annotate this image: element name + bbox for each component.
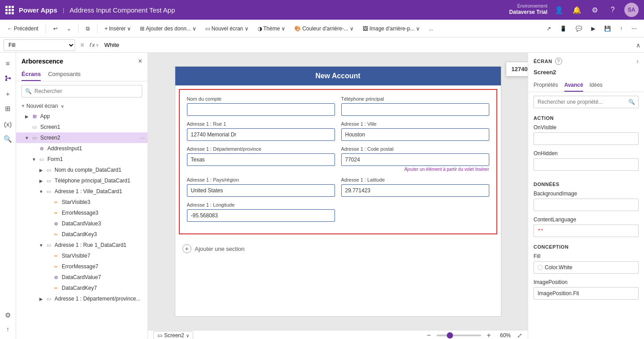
tree-item-datacardvalue7[interactable]: ⚙ DataCardValue7 — [16, 272, 148, 283]
imageposition-value[interactable]: ImagePosition.Fit — [534, 287, 639, 300]
contentlanguage-value[interactable]: "" — [534, 225, 639, 237]
backgroundimage-input[interactable] — [534, 199, 639, 211]
onhidden-input[interactable] — [534, 158, 639, 171]
pays-input[interactable] — [187, 184, 335, 197]
publish-left-icon[interactable]: ↑ — [1, 322, 15, 335]
tree-item-errormessage7[interactable]: ✏ ErrorMessage7 — [16, 261, 148, 272]
insert-icon[interactable]: + — [1, 87, 15, 100]
rue1-input[interactable] — [187, 128, 335, 141]
right-panel-search-input[interactable] — [534, 96, 639, 108]
property-selector[interactable]: Fill — [4, 39, 75, 51]
sidebar-search-input[interactable] — [21, 85, 142, 97]
settings-left-icon[interactable]: ⚙ — [1, 309, 15, 322]
undo-button[interactable]: ↩ — [50, 24, 61, 34]
tree-item-app[interactable]: ▶ ⊞ App — [16, 111, 148, 122]
code-postal-input[interactable] — [341, 153, 489, 166]
tree-item-addressinput1[interactable]: ⚙ AddressInput1 — [16, 143, 148, 154]
datacardvalue3-chevron-icon — [45, 220, 52, 227]
more-button[interactable]: ... — [425, 24, 437, 34]
copy-button[interactable]: ⧉ — [82, 24, 93, 34]
menu-more-button[interactable]: ⋯ — [628, 24, 640, 34]
publish-button[interactable]: ↑ — [616, 24, 626, 34]
add-data-button[interactable]: ⊞ Ajouter des donn... ∨ — [136, 24, 200, 34]
canvas-area: 12740 Memorial Dr, Houston, Texas ... ··… — [148, 53, 528, 339]
fx-chevron[interactable]: ∨ — [96, 42, 99, 47]
ville-input[interactable] — [341, 128, 489, 141]
gear-icon[interactable]: ⚙ — [589, 4, 601, 16]
tree-item-screen2[interactable]: ▼ ▭ Screen2 ··· — [16, 132, 148, 143]
tree-item-datacardvalue3[interactable]: ⚙ DataCardValue3 — [16, 218, 148, 229]
telephone-input[interactable] — [341, 103, 489, 116]
data-icon[interactable]: ⊞ — [1, 102, 15, 115]
zoom-expand-icon[interactable]: ⤢ — [517, 332, 522, 339]
new-screen-button[interactable]: ▭ Nouvel écran ∨ — [202, 24, 252, 34]
redo-down-button[interactable]: ⌄ — [63, 24, 75, 34]
tree-item-datacardkey3[interactable]: ✏ DataCardKey3 — [16, 229, 148, 240]
bell-icon[interactable]: 🔔 — [571, 4, 583, 16]
zoom-plus-button[interactable]: + — [484, 331, 494, 339]
tree-item-adresse-dept[interactable]: ▶ ▭ Adresse 1 : Département/province... — [16, 293, 148, 304]
tree-item-form1[interactable]: ▼ ▭ Form1 — [16, 154, 148, 165]
add-section-icon: + — [182, 244, 191, 253]
insert-button[interactable]: + Insérer ∨ — [101, 24, 135, 34]
insert-hint: Ajouter un élément à partir du volet Ins… — [341, 167, 489, 172]
zoom-slider[interactable] — [436, 335, 481, 336]
latitude-input[interactable] — [341, 184, 489, 197]
onvisible-input[interactable] — [534, 132, 639, 145]
expand-icon[interactable]: ∧ — [636, 42, 640, 49]
screen-icon-bottom: ▭ — [157, 332, 162, 339]
zoom-percent: 60% — [496, 332, 514, 339]
bg-color-button[interactable]: 🎨 Couleur d'arrière-... ∨ — [291, 24, 357, 34]
add-section-label: Ajouter une section — [195, 246, 245, 252]
longitude-input[interactable] — [187, 209, 335, 222]
menu-icon[interactable]: ≡ — [1, 56, 15, 70]
right-panel-help-icon[interactable]: ? — [555, 58, 562, 65]
tab-ideas[interactable]: Idées — [589, 79, 602, 92]
zoom-minus-button[interactable]: − — [424, 331, 434, 339]
tree-item-adresse-rue[interactable]: ▼ ▭ Adresse 1 : Rue 1_DataCard1 — [16, 240, 148, 250]
tab-properties[interactable]: Propriétés — [534, 79, 558, 92]
share-button[interactable]: ↗ — [543, 24, 555, 34]
tree-item-screen1[interactable]: ▭ Screen1 — [16, 122, 148, 132]
help-icon[interactable]: ? — [606, 4, 619, 16]
avatar[interactable]: SA — [624, 3, 639, 17]
tree-item-datacardkey7[interactable]: ✏ DataCardKey7 — [16, 283, 148, 293]
apps-grid-icon[interactable] — [5, 5, 15, 15]
formula-input[interactable] — [102, 39, 633, 51]
dept-input[interactable] — [187, 153, 335, 166]
contentlanguage-label: ContentLanguage — [534, 216, 639, 223]
tree-item-starvisible3[interactable]: ✏ StarVisible3 — [16, 197, 148, 208]
tree-item-telephone[interactable]: ▶ ▭ Téléphone principal_DataCard1 — [16, 175, 148, 186]
device-button[interactable]: 📱 — [556, 24, 570, 34]
screen2-dots-icon[interactable]: ··· — [140, 134, 145, 141]
search-left-icon[interactable]: 🔍 — [1, 132, 15, 146]
tree-item-starvisible7[interactable]: ✏ StarVisible7 — [16, 250, 148, 261]
add-section-button[interactable]: + Ajouter une section — [175, 238, 501, 259]
bg-image-button[interactable]: 🖼 Image d'arrière-p... ∨ — [359, 24, 424, 34]
tab-components[interactable]: Composants — [48, 68, 80, 81]
tab-screens[interactable]: Écrans — [21, 68, 41, 81]
tree-icon[interactable] — [1, 72, 15, 85]
address-bar-widget[interactable]: 12740 Memorial Dr, Houston, Texas ... ··… — [506, 62, 528, 76]
sidebar-close-button[interactable]: × — [138, 57, 142, 65]
tab-advanced[interactable]: Avancé — [564, 79, 583, 92]
comment-button[interactable]: 💬 — [572, 24, 586, 34]
theme-button[interactable]: ◑ Thème ∨ — [254, 24, 289, 34]
tree-item-adresse-ville[interactable]: ▼ ▭ Adresse 1 : Ville_DataCard1 — [16, 186, 148, 197]
person-icon[interactable]: 👤 — [553, 4, 565, 16]
save-button[interactable]: 💾 — [601, 24, 614, 34]
screen-label[interactable]: ▭ Screen2 ∨ — [153, 331, 193, 339]
fill-value[interactable]: Color.White — [534, 261, 639, 274]
play-button[interactable]: ▶ — [588, 24, 599, 34]
app-chevron-icon: ▶ — [23, 113, 30, 120]
right-panel-expand-icon[interactable]: › — [636, 57, 639, 65]
field-nom-compte: Nom du compte — [187, 96, 335, 116]
env-info: Environnement Dataverse Trial — [509, 4, 547, 16]
variables-icon[interactable]: (x) — [1, 117, 15, 131]
back-button[interactable]: ← Précédent — [4, 24, 42, 34]
tree-label-telephone: Téléphone principal_DataCard1 — [55, 178, 145, 184]
new-screen-sidebar-button[interactable]: + Nouvel écran ∨ — [16, 101, 148, 111]
nom-compte-input[interactable] — [187, 103, 335, 116]
tree-item-nom-compte[interactable]: ▶ ▭ Nom du compte_DataCard1 — [16, 165, 148, 175]
tree-item-errormessage3[interactable]: ✏ ErrorMessage3 — [16, 208, 148, 218]
